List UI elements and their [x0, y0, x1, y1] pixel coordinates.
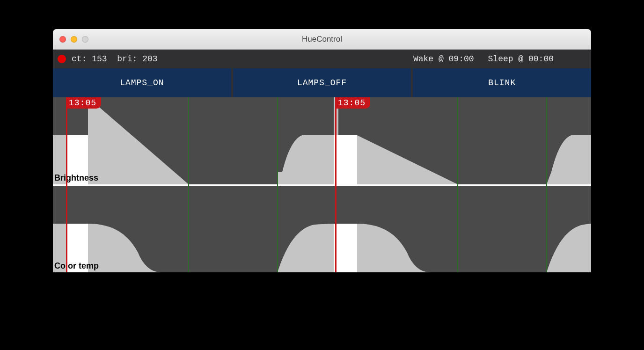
window-title: HueControl: [53, 35, 591, 44]
time-marker-1[interactable]: 13:05: [66, 97, 67, 272]
sleep-label: Sleep @ 00:00: [488, 54, 554, 64]
time-badge-1: 13:05: [66, 97, 101, 109]
mode-tabs: LAMPS_ON LAMPS_OFF BLINK: [53, 68, 591, 97]
chart-svg: [53, 97, 591, 272]
svg-rect-3: [334, 135, 357, 184]
timeline-charts[interactable]: Brightness Color temp 13:05 13:05: [53, 97, 591, 272]
status-bar: ct: 153 bri: 203 Wake @ 09:00 Sleep @ 00…: [53, 50, 591, 68]
time-marker-2[interactable]: 13:05: [335, 97, 337, 272]
record-indicator-icon: [58, 55, 66, 63]
time-badge-2: 13:05: [335, 97, 370, 109]
svg-rect-8: [334, 224, 357, 272]
status-text: ct: 153 bri: 203: [72, 54, 158, 64]
wake-label: Wake @ 09:00: [413, 54, 474, 64]
tab-lamps-off[interactable]: LAMPS_OFF: [233, 68, 413, 97]
color-temp-label: Color temp: [54, 261, 99, 271]
app-window: HueControl ct: 153 bri: 203 Wake @ 09:00…: [53, 29, 591, 272]
svg-rect-5: [53, 184, 591, 186]
tab-lamps-on[interactable]: LAMPS_ON: [53, 68, 233, 97]
tab-blink[interactable]: BLINK: [413, 68, 591, 97]
titlebar[interactable]: HueControl: [53, 29, 591, 50]
brightness-label: Brightness: [54, 173, 98, 183]
